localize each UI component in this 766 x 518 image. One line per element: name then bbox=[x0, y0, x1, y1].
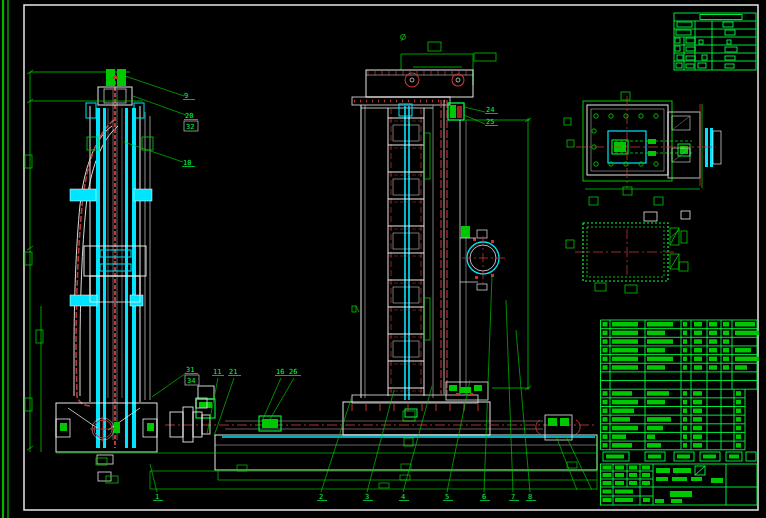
balloon-24: 24 bbox=[486, 106, 494, 114]
balloon-31: 31 bbox=[186, 366, 194, 374]
balloon-7: 7 bbox=[511, 493, 515, 501]
rotary-bearing bbox=[460, 226, 508, 290]
drive-unit bbox=[446, 382, 488, 400]
title-block bbox=[601, 452, 758, 505]
balloon-1: 1 bbox=[155, 493, 159, 501]
parts-list-table bbox=[601, 320, 760, 450]
balloon-20: 20 bbox=[185, 112, 193, 120]
revision-table bbox=[674, 13, 756, 70]
balloon-25: 25 bbox=[486, 118, 494, 126]
middle-elevation-view bbox=[343, 34, 531, 446]
balloon-3: 3 bbox=[365, 493, 369, 501]
balloon-5: 5 bbox=[445, 493, 449, 501]
balloon-labels: 9 20 32 10 31 34 11 21 16 26 24 25 1 2 3… bbox=[153, 92, 536, 501]
balloon-2: 2 bbox=[319, 493, 323, 501]
bed-assembly bbox=[56, 398, 597, 490]
base-bolt-ticks bbox=[352, 404, 478, 411]
ladder bbox=[388, 104, 424, 400]
drawing-sheet: 9 20 32 10 31 34 11 21 16 26 24 25 1 2 3… bbox=[0, 0, 766, 518]
balloon-4: 4 bbox=[401, 493, 405, 501]
cyan-guide-bar bbox=[96, 108, 100, 448]
top-dimension bbox=[401, 34, 497, 85]
balloon-34: 34 bbox=[187, 377, 195, 385]
column-section-view bbox=[566, 211, 690, 293]
cad-drawing-canvas: 9 20 32 10 31 34 11 21 16 26 24 25 1 2 3… bbox=[0, 0, 766, 518]
balloon-26: 26 bbox=[289, 368, 297, 376]
balloon-11: 11 bbox=[213, 368, 221, 376]
balloon-16: 16 bbox=[276, 368, 284, 376]
balloon-10: 10 bbox=[183, 159, 191, 167]
bed-dimension-lines bbox=[56, 435, 597, 490]
tail-support bbox=[536, 415, 580, 440]
leader-lines bbox=[124, 76, 592, 492]
plan-view bbox=[564, 92, 721, 205]
balloon-9: 9 bbox=[184, 92, 188, 100]
balloon-6: 6 bbox=[482, 493, 486, 501]
balloon-21: 21 bbox=[229, 368, 237, 376]
balloon-8: 8 bbox=[528, 493, 532, 501]
balloon-32: 32 bbox=[186, 123, 194, 131]
